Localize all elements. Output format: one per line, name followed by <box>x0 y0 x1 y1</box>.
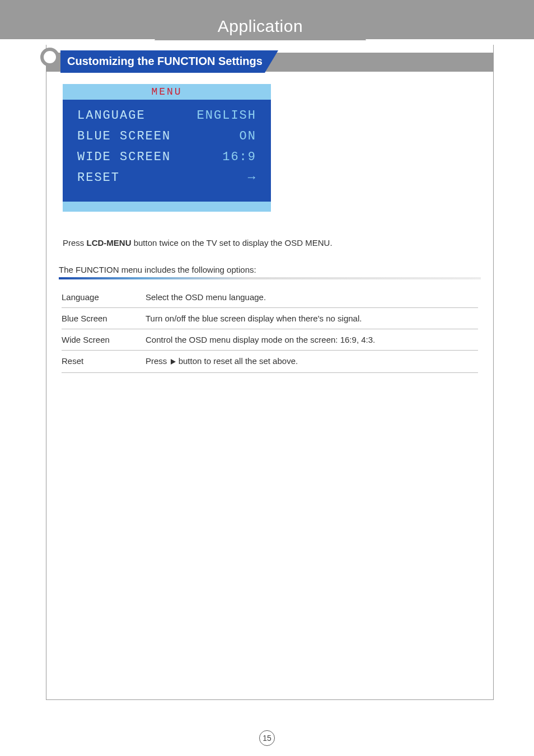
option-desc: Control the OSD menu display mode on the… <box>146 335 478 344</box>
osd-row-label: BLUE SCREEN <box>77 129 171 143</box>
text: Press <box>63 238 87 248</box>
osd-row-language: LANGUAGE ENGLISH <box>77 105 256 126</box>
tab-slant-right <box>353 13 366 40</box>
section-tab-slant <box>265 50 278 73</box>
svg-marker-0 <box>171 359 176 365</box>
gradient-divider <box>59 277 481 279</box>
osd-row-label: WIDE SCREEN <box>77 150 171 164</box>
header-tab-label: Application <box>168 17 353 36</box>
osd-menu-footer-bar <box>63 202 271 212</box>
page-number-wrap: 15 <box>0 730 534 746</box>
table-row: Blue Screen Turn on/off the blue screen … <box>62 308 478 329</box>
osd-menu-body: LANGUAGE ENGLISH BLUE SCREEN ON WIDE SCR… <box>63 100 271 202</box>
table-row: Reset Press button to reset all the set … <box>62 351 478 373</box>
osd-menu-header: MENU <box>63 84 271 100</box>
osd-row-value: 16:9 <box>222 150 256 164</box>
text: button twice on the TV set to display th… <box>132 238 332 248</box>
header-tab: Application <box>168 13 353 40</box>
option-desc: Press button to reset all the set above. <box>146 356 478 367</box>
page: Application Customizing the FUNCTION Set… <box>0 0 534 756</box>
option-desc: Turn on/off the blue screen display when… <box>146 314 478 323</box>
osd-row-blue-screen: BLUE SCREEN ON <box>77 126 256 147</box>
osd-row-value: ENGLISH <box>197 109 256 123</box>
options-table: Language Select the OSD menu language. B… <box>62 287 478 373</box>
option-name: Blue Screen <box>62 314 146 323</box>
text: button to reset all the set above. <box>179 356 298 366</box>
option-name: Language <box>62 292 146 302</box>
instruction-line-2: The FUNCTION menu includes the following… <box>59 265 256 274</box>
text: Press <box>146 356 170 366</box>
option-desc: Select the OSD menu language. <box>146 292 478 302</box>
arrow-right-icon: → <box>248 171 256 185</box>
page-number: 15 <box>259 730 275 746</box>
tab-slant-left <box>154 13 168 40</box>
play-triangle-icon <box>170 357 176 367</box>
table-row: Language Select the OSD menu language. <box>62 287 478 308</box>
osd-row-label: LANGUAGE <box>77 109 146 123</box>
osd-row-value: ON <box>240 129 256 143</box>
section-bullet-icon <box>40 48 59 67</box>
osd-row-wide-screen: WIDE SCREEN 16:9 <box>77 147 256 167</box>
osd-row-label: RESET <box>77 171 120 185</box>
lcd-menu-bold: LCD-MENU <box>87 238 132 248</box>
osd-menu: MENU LANGUAGE ENGLISH BLUE SCREEN ON WID… <box>63 84 271 212</box>
instruction-line-1: Press LCD-MENU button twice on the TV se… <box>63 238 332 248</box>
table-row: Wide Screen Control the OSD menu display… <box>62 329 478 351</box>
section-title: Customizing the FUNCTION Settings <box>67 55 263 68</box>
option-name: Reset <box>62 356 146 367</box>
option-name: Wide Screen <box>62 335 146 344</box>
osd-row-reset: RESET → <box>77 167 256 188</box>
